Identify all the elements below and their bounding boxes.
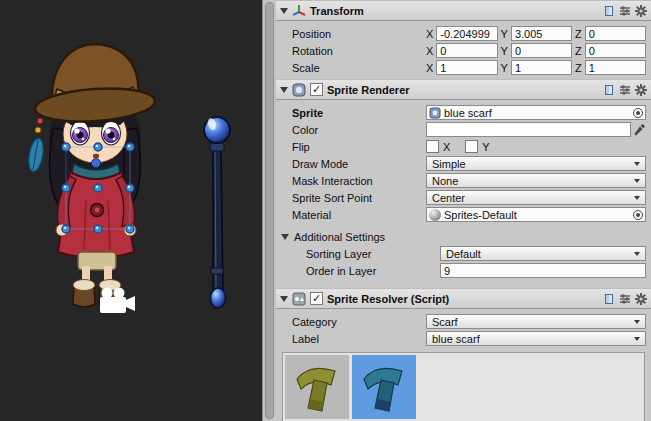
position-z-field[interactable] xyxy=(585,26,646,41)
material-sphere-icon xyxy=(429,209,441,221)
dropdown-arrow-icon xyxy=(634,179,640,183)
inspector-scrollbar[interactable] xyxy=(262,0,276,421)
help-icon[interactable] xyxy=(603,5,615,17)
sprite-resolver-header[interactable]: ✓ Sprite Resolver (Script) xyxy=(276,288,651,309)
color-row: Color xyxy=(276,121,651,138)
axis-x-label[interactable]: X xyxy=(426,62,433,74)
scale-x-field[interactable] xyxy=(436,60,497,75)
checkmark-icon: ✓ xyxy=(312,293,321,304)
sprite-renderer-title: Sprite Renderer xyxy=(327,84,410,96)
sprite-sort-point-row: Sprite Sort Point Center xyxy=(276,189,651,206)
additional-settings-foldout[interactable]: Additional Settings xyxy=(276,228,651,245)
gear-icon[interactable] xyxy=(635,5,647,17)
mask-interaction-dropdown[interactable]: None xyxy=(426,173,646,188)
sprite-object-name: blue scarf xyxy=(444,107,630,119)
transform-body: Position X Y Z Rotation X Y Z Scale xyxy=(276,21,651,79)
flip-x-checkbox[interactable] xyxy=(426,140,439,153)
character-sprite[interactable] xyxy=(26,44,156,307)
foldout-icon[interactable] xyxy=(281,234,289,240)
eyedropper-icon[interactable] xyxy=(634,123,646,137)
rotation-x-field[interactable] xyxy=(436,43,497,58)
axis-y-label[interactable]: Y xyxy=(501,28,508,40)
axis-x-label[interactable]: X xyxy=(426,28,433,40)
flip-label: Flip xyxy=(292,141,426,153)
material-row: Material Sprites-Default xyxy=(276,206,651,223)
axis-z-label[interactable]: Z xyxy=(575,45,582,57)
scale-y-field[interactable] xyxy=(511,60,572,75)
transform-header[interactable]: Transform xyxy=(276,0,651,21)
axis-z-label[interactable]: Z xyxy=(575,62,582,74)
mask-interaction-value: None xyxy=(432,175,631,187)
object-picker-icon[interactable] xyxy=(633,210,643,220)
sprite-renderer-icon xyxy=(292,83,306,97)
label-dropdown[interactable]: blue scarf xyxy=(426,331,646,346)
order-in-layer-row: Order in Layer xyxy=(276,262,651,279)
staff-sprite[interactable] xyxy=(204,117,230,308)
feather xyxy=(26,118,46,173)
camera-gizmo-icon[interactable] xyxy=(100,288,135,314)
enabled-checkbox[interactable]: ✓ xyxy=(310,83,323,96)
additional-settings-label: Additional Settings xyxy=(294,231,385,243)
preset-icon[interactable] xyxy=(619,293,631,305)
scarf-olive-image xyxy=(289,359,345,415)
foldout-icon[interactable] xyxy=(280,87,288,93)
dropdown-arrow-icon xyxy=(634,162,640,166)
position-label: Position xyxy=(292,28,426,40)
transform-title: Transform xyxy=(310,5,364,17)
category-label: Category xyxy=(292,316,426,328)
object-picker-icon[interactable] xyxy=(633,108,643,118)
category-dropdown[interactable]: Scarf xyxy=(426,314,646,329)
color-swatch[interactable] xyxy=(426,122,631,137)
sprite-variant-strip xyxy=(282,352,645,421)
flip-y-checkbox[interactable] xyxy=(465,140,478,153)
draw-mode-dropdown[interactable]: Simple xyxy=(426,156,646,171)
scrollbar-thumb[interactable] xyxy=(265,2,274,419)
rotation-y-field[interactable] xyxy=(511,43,572,58)
position-x-field[interactable] xyxy=(436,26,497,41)
axis-y-label[interactable]: Y xyxy=(501,45,508,57)
scale-row: Scale X Y Z xyxy=(276,59,651,76)
sorting-layer-value: Default xyxy=(446,248,631,260)
flip-y-label: Y xyxy=(482,141,489,153)
material-label: Material xyxy=(292,209,426,221)
sorting-layer-row: Sorting Layer Default xyxy=(276,245,651,262)
thumbnail-scarf[interactable] xyxy=(285,355,349,419)
axis-y-label[interactable]: Y xyxy=(501,62,508,74)
mouth xyxy=(93,154,99,158)
axis-z-label[interactable]: Z xyxy=(575,28,582,40)
gear-icon[interactable] xyxy=(635,293,647,305)
mask-interaction-row: Mask Interaction None xyxy=(276,172,651,189)
preset-icon[interactable] xyxy=(619,84,631,96)
gear-icon[interactable] xyxy=(635,84,647,96)
help-icon[interactable] xyxy=(603,293,615,305)
material-object-field[interactable]: Sprites-Default xyxy=(426,207,646,222)
scale-z-field[interactable] xyxy=(585,60,646,75)
dropdown-arrow-icon xyxy=(634,252,640,256)
rotation-z-field[interactable] xyxy=(585,43,646,58)
position-y-field[interactable] xyxy=(511,26,572,41)
color-label: Color xyxy=(292,124,426,136)
foldout-icon[interactable] xyxy=(280,296,288,302)
thumbnail-blue-scarf[interactable] xyxy=(352,355,416,419)
mask-interaction-label: Mask Interaction xyxy=(292,175,426,187)
preset-icon[interactable] xyxy=(619,5,631,17)
scale-label: Scale xyxy=(292,62,426,74)
sprite-label: Sprite xyxy=(292,107,426,119)
dropdown-arrow-icon xyxy=(634,320,640,324)
order-in-layer-label: Order in Layer xyxy=(292,265,440,277)
help-icon[interactable] xyxy=(603,84,615,96)
sprite-object-field[interactable]: blue scarf xyxy=(426,105,646,120)
draw-mode-value: Simple xyxy=(432,158,631,170)
foldout-icon[interactable] xyxy=(280,8,288,14)
category-row: Category Scarf xyxy=(276,313,651,330)
sorting-layer-dropdown[interactable]: Default xyxy=(440,246,646,261)
sprite-sort-point-dropdown[interactable]: Center xyxy=(426,190,646,205)
sprite-resolver-title: Sprite Resolver (Script) xyxy=(327,293,449,305)
flip-x-label: X xyxy=(443,141,450,153)
scene-view[interactable] xyxy=(0,0,262,421)
inspector-panel: Transform Position X Y Z Rotation X Y xyxy=(276,0,651,421)
axis-x-label[interactable]: X xyxy=(426,45,433,57)
enabled-checkbox[interactable]: ✓ xyxy=(310,292,323,305)
sprite-renderer-header[interactable]: ✓ Sprite Renderer xyxy=(276,79,651,100)
order-in-layer-field[interactable] xyxy=(440,263,646,278)
